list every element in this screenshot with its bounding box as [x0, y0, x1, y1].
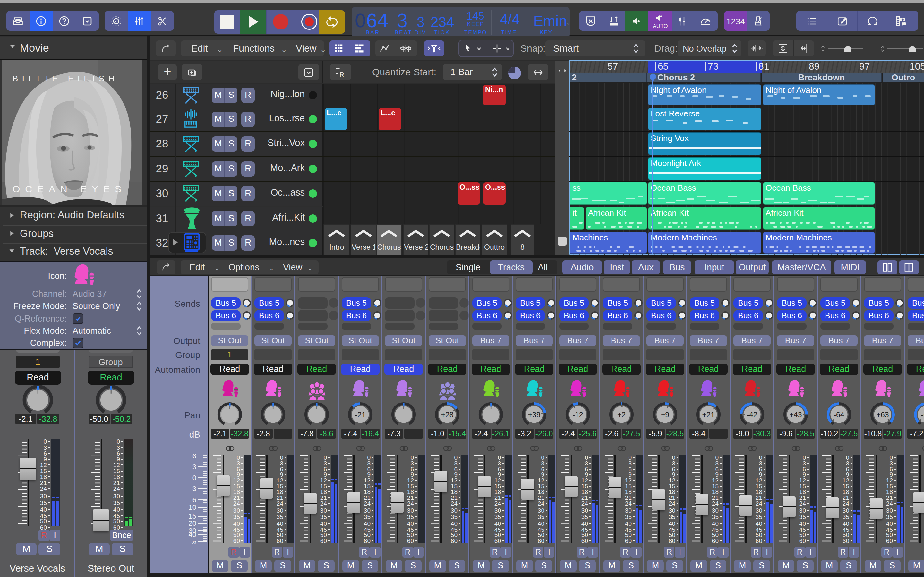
- svg-text:BILLIE EILISH: BILLIE EILISH: [13, 74, 118, 83]
- svg-text:OCEAN EYES: OCEAN EYES: [13, 184, 126, 194]
- svg-text:R: R: [340, 71, 344, 78]
